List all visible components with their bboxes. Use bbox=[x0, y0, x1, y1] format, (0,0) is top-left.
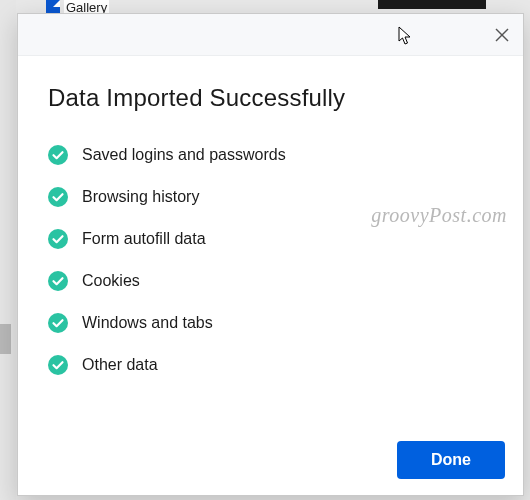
background-right-fragment bbox=[378, 0, 486, 9]
check-circle-icon bbox=[48, 145, 68, 165]
done-button[interactable]: Done bbox=[397, 441, 505, 479]
list-item: Other data bbox=[48, 344, 493, 386]
list-item: Form autofill data bbox=[48, 218, 493, 260]
list-item: Cookies bbox=[48, 260, 493, 302]
list-item: Windows and tabs bbox=[48, 302, 493, 344]
svg-point-5 bbox=[48, 271, 68, 291]
check-circle-icon bbox=[48, 187, 68, 207]
svg-point-7 bbox=[48, 355, 68, 375]
check-circle-icon bbox=[48, 271, 68, 291]
svg-point-4 bbox=[48, 229, 68, 249]
svg-point-6 bbox=[48, 313, 68, 333]
dialog-footer: Done bbox=[18, 429, 523, 495]
list-item: Saved logins and passwords bbox=[48, 134, 493, 176]
check-circle-icon bbox=[48, 313, 68, 333]
dialog-header bbox=[18, 14, 523, 56]
close-icon bbox=[495, 28, 509, 42]
check-circle-icon bbox=[48, 229, 68, 249]
list-item: Browsing history bbox=[48, 176, 493, 218]
svg-point-2 bbox=[48, 145, 68, 165]
list-item-label: Browsing history bbox=[82, 188, 199, 206]
import-success-dialog: Data Imported Successfully Saved logins … bbox=[17, 13, 524, 496]
close-button[interactable] bbox=[489, 22, 515, 48]
list-item-label: Cookies bbox=[82, 272, 140, 290]
background-app-icon bbox=[46, 0, 60, 14]
dialog-body: Data Imported Successfully Saved logins … bbox=[18, 56, 523, 429]
background-left-strip bbox=[0, 0, 16, 500]
list-item-label: Windows and tabs bbox=[82, 314, 213, 332]
check-circle-icon bbox=[48, 355, 68, 375]
background-left-marker bbox=[0, 324, 11, 354]
list-item-label: Saved logins and passwords bbox=[82, 146, 286, 164]
list-item-label: Other data bbox=[82, 356, 158, 374]
imported-items-list: Saved logins and passwords Browsing hist… bbox=[48, 134, 493, 386]
list-item-label: Form autofill data bbox=[82, 230, 206, 248]
dialog-title: Data Imported Successfully bbox=[48, 84, 493, 112]
svg-point-3 bbox=[48, 187, 68, 207]
